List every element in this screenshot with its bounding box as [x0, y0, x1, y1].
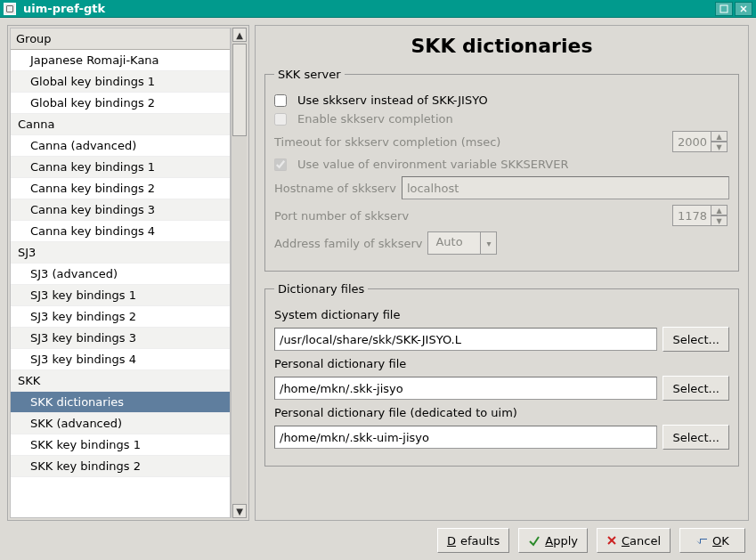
apply-button[interactable]: Apply	[518, 528, 588, 553]
timeout-spin-down: ▼	[711, 142, 728, 152]
close-button[interactable]	[735, 2, 752, 16]
system-dict-input[interactable]	[274, 328, 657, 351]
timeout-spinner: ▲ ▼	[672, 131, 729, 152]
sidebar-item[interactable]: Canna key bindings 3	[11, 199, 230, 221]
address-family-combo: Auto ▾	[427, 231, 497, 255]
skk-server-legend: SKK server	[274, 68, 345, 81]
port-spinner: ▲ ▼	[672, 205, 729, 226]
defaults-button[interactable]: Defaults	[437, 528, 509, 553]
svg-rect-0	[720, 5, 728, 12]
sidebar-item[interactable]: SKK dictionaries	[11, 392, 230, 413]
page-title: SKK dictionaries	[264, 35, 739, 57]
port-label: Port number of skkserv	[274, 209, 667, 223]
content-pane: SKK dictionaries SKK server Use skkserv …	[255, 25, 749, 521]
ok-button[interactable]: OK	[679, 528, 745, 553]
maximize-button[interactable]	[715, 2, 733, 16]
enable-completion-label: Enable skkserv completion	[297, 112, 453, 126]
personal-uim-dict-input[interactable]	[274, 426, 657, 449]
sidebar-item[interactable]: SJ3 key bindings 2	[11, 306, 230, 328]
scroll-up-arrow[interactable]: ▲	[232, 28, 247, 42]
apply-icon	[528, 534, 541, 547]
enable-completion-checkbox	[274, 113, 287, 126]
system-dict-label: System dictionary file	[274, 308, 400, 321]
port-spin-up: ▲	[711, 205, 728, 215]
personal-dict-input[interactable]	[274, 377, 657, 400]
timeout-value	[672, 131, 711, 152]
dictionary-files-group: Dictionary files System dictionary file …	[264, 282, 739, 467]
cancel-button[interactable]: Cancel	[597, 528, 671, 553]
hostname-input	[402, 176, 729, 199]
sidebar-item[interactable]: Global key bindings 1	[11, 71, 230, 93]
scroll-down-arrow[interactable]: ▼	[232, 504, 247, 518]
personal-dict-label: Personal dictionary file	[274, 357, 406, 370]
sidebar-item[interactable]: Canna key bindings 2	[11, 178, 230, 199]
sidebar-item[interactable]: Canna	[11, 114, 230, 135]
port-spin-down: ▼	[711, 215, 728, 226]
sidebar-scrollbar[interactable]: ▲ ▼	[231, 28, 247, 518]
group-list-body: Japanese Romaji-KanaGlobal key bindings …	[11, 50, 230, 477]
button-bar: Defaults Apply Cancel OK	[7, 521, 749, 555]
sidebar-item[interactable]: SJ3 key bindings 3	[11, 328, 230, 349]
panes: Group Japanese Romaji-KanaGlobal key bin…	[7, 25, 749, 521]
use-skkserv-checkbox[interactable]	[274, 94, 287, 107]
sidebar-item[interactable]: SKK	[11, 370, 230, 392]
use-env-skkserver-checkbox	[274, 158, 287, 171]
sidebar-item[interactable]: SJ3 key bindings 4	[11, 349, 230, 370]
skk-server-group: SKK server Use skkserv instead of SKK-JI…	[264, 68, 739, 272]
personal-uim-dict-label: Personal dictionary file (dedicated to u…	[274, 406, 517, 419]
window-title: uim-pref-gtk	[21, 2, 713, 15]
timeout-spin-up: ▲	[711, 131, 728, 142]
dictionary-files-legend: Dictionary files	[274, 282, 368, 296]
personal-dict-select-button[interactable]: Select...	[663, 376, 729, 401]
use-env-skkserver-label: Use value of environment variable SKKSER…	[297, 158, 568, 171]
titlebar: uim-pref-gtk	[0, 0, 756, 18]
sidebar-item[interactable]: SKK (advanced)	[11, 413, 230, 434]
sidebar-item[interactable]: SKK key bindings 2	[11, 456, 230, 477]
sidebar-item[interactable]: Canna key bindings 4	[11, 221, 230, 242]
group-listview[interactable]: Group Japanese Romaji-KanaGlobal key bin…	[10, 28, 231, 518]
cancel-icon	[606, 535, 617, 546]
group-list-header[interactable]: Group	[11, 28, 230, 50]
sidebar-item[interactable]: SKK key bindings 1	[11, 434, 230, 456]
hostname-label: Hostname of skkserv	[274, 182, 396, 195]
personal-uim-dict-select-button[interactable]: Select...	[663, 425, 729, 450]
address-family-value: Auto	[427, 231, 481, 255]
ok-icon	[695, 535, 708, 546]
address-family-dropdown-btn: ▾	[481, 231, 497, 255]
scroll-thumb[interactable]	[232, 44, 247, 136]
system-dict-select-button[interactable]: Select...	[663, 327, 729, 352]
sidebar-item[interactable]: Canna (advanced)	[11, 135, 230, 157]
timeout-label: Timeout for skkserv completion (msec)	[274, 135, 667, 149]
sidebar-item[interactable]: Japanese Romaji-Kana	[11, 50, 230, 71]
sidebar-item[interactable]: Canna key bindings 1	[11, 157, 230, 178]
sidebar: Group Japanese Romaji-KanaGlobal key bin…	[7, 25, 249, 521]
app-icon	[4, 3, 16, 15]
use-skkserv-label[interactable]: Use skkserv instead of SKK-JISYO	[297, 93, 488, 107]
address-family-label: Address family of skkserv	[274, 237, 422, 250]
sidebar-item[interactable]: SJ3	[11, 242, 230, 264]
sidebar-item[interactable]: SJ3 key bindings 1	[11, 285, 230, 306]
sidebar-item[interactable]: SJ3 (advanced)	[11, 264, 230, 285]
app-body: Group Japanese Romaji-KanaGlobal key bin…	[0, 18, 756, 560]
sidebar-item[interactable]: Global key bindings 2	[11, 93, 230, 114]
port-value	[672, 205, 711, 226]
